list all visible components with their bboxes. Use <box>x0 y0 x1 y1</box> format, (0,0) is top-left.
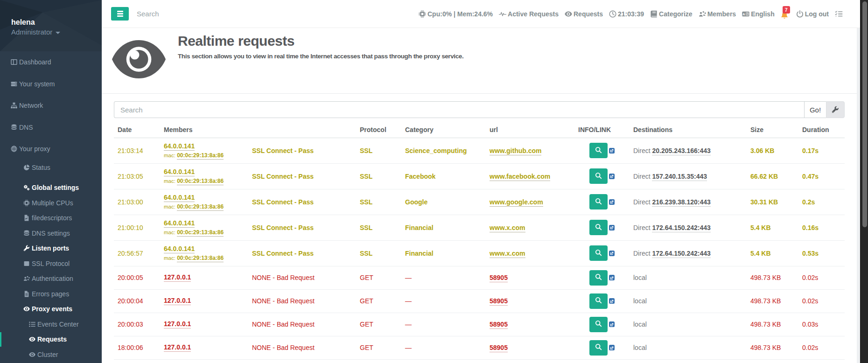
external-link-button[interactable] <box>609 148 615 154</box>
cell-date: 21:00:10 <box>114 215 160 240</box>
sidebar-item-multiple-cpus[interactable]: Multiple CPUs <box>0 195 102 211</box>
topbar-search-input[interactable] <box>137 10 239 18</box>
sidebar-item-dashboard[interactable]: Dashboard <box>0 51 102 73</box>
cell-destinations: local <box>630 336 747 359</box>
column-header-category: Category <box>401 122 486 138</box>
microchip-icon <box>419 10 426 18</box>
external-link-button[interactable] <box>609 174 615 179</box>
external-link-button[interactable] <box>609 345 615 350</box>
member-ip-link[interactable]: 64.0.0.141 <box>164 142 195 151</box>
sidebar-item-your-system[interactable]: Your system <box>0 73 102 95</box>
page-title: Realtime requests <box>178 33 294 49</box>
scrollbar-thumb[interactable] <box>862 1 867 227</box>
go-button[interactable]: Go! <box>804 101 826 118</box>
url-link[interactable]: 58905 <box>490 344 508 352</box>
cell-info-link <box>574 266 630 289</box>
sidebar-item-global-settings[interactable]: Global settings <box>0 180 102 195</box>
inspect-request-button[interactable] <box>589 270 608 286</box>
sidebar-item-label: DNS settings <box>32 230 70 237</box>
inspect-request-button[interactable] <box>589 340 608 356</box>
url-link[interactable]: www.github.com <box>490 147 541 155</box>
tasks-menu-button[interactable] <box>835 10 843 17</box>
member-ip-link[interactable]: 127.0.0.1 <box>164 297 191 305</box>
topbar-item-requests[interactable]: Requests <box>565 10 603 18</box>
member-mac-link[interactable]: 00:0c:29:13:8a:86 <box>177 152 224 160</box>
sidebar-item-listen-ports[interactable]: Listen ports <box>0 241 102 256</box>
external-link-button[interactable] <box>609 199 615 205</box>
member-mac-link[interactable]: 00:0c:29:13:8a:86 <box>177 203 224 211</box>
member-ip-link[interactable]: 64.0.0.141 <box>164 245 195 253</box>
sidebar-item-requests[interactable]: Requests <box>0 332 102 347</box>
member-ip-link[interactable]: 64.0.0.141 <box>164 194 195 202</box>
menu-toggle-button[interactable] <box>111 7 129 21</box>
topbar-item-english[interactable]: AEnglish <box>742 10 775 18</box>
external-link-button[interactable] <box>609 225 615 230</box>
url-link[interactable]: 58905 <box>490 297 508 306</box>
inspect-request-button[interactable] <box>589 245 608 261</box>
cell-size: 5.4 KB <box>747 240 798 266</box>
member-ip-link[interactable]: 127.0.0.1 <box>164 273 191 282</box>
external-link-button[interactable] <box>609 275 615 280</box>
member-ip-link[interactable]: 64.0.0.141 <box>164 168 195 176</box>
table-settings-button[interactable] <box>826 101 845 118</box>
topbar-item-21-03-39[interactable]: 21:03:39 <box>609 10 644 18</box>
cell-destinations: local <box>630 313 747 336</box>
url-link[interactable]: www.facebook.com <box>490 173 550 181</box>
sidebar-item-ssl-protocol[interactable]: SSL Protocol <box>0 256 102 272</box>
sidebar-item-proxy-events[interactable]: Proxy events <box>0 301 102 317</box>
inspect-request-button[interactable] <box>589 143 608 158</box>
inspect-request-button[interactable] <box>589 317 608 332</box>
database-icon <box>23 230 30 237</box>
sidebar-item-label: Dashboard <box>19 58 51 66</box>
logout-button[interactable]: Log out <box>796 10 829 18</box>
url-link[interactable]: 58905 <box>490 321 508 329</box>
sidebar-item-filedescriptors[interactable]: filedescriptors <box>0 210 102 226</box>
column-header-destinations: Destinations <box>630 122 747 138</box>
sidebar-item-status[interactable]: Status <box>0 160 102 175</box>
sidebar-item-label: Authentication <box>32 275 73 282</box>
topbar-item-cpu-0-mem-24-6-[interactable]: Cpu:0% | Mem:24.6% <box>419 10 493 18</box>
sidebar-item-dns-settings[interactable]: DNS settings <box>0 226 102 241</box>
member-ip-link[interactable]: 64.0.0.141 <box>164 219 195 228</box>
external-link-button[interactable] <box>609 298 615 304</box>
logout-label: Log out <box>805 10 829 18</box>
external-link-button[interactable] <box>609 251 615 256</box>
member-mac-link[interactable]: 00:0c:29:13:8a:86 <box>177 229 224 237</box>
cell-category: Financial <box>401 240 486 266</box>
sidebar-item-your-proxy[interactable]: Your proxy <box>0 138 102 160</box>
sidebar-item-cluster[interactable]: Cluster <box>0 347 102 363</box>
url-link[interactable]: www.google.com <box>490 198 543 207</box>
table-search-input[interactable] <box>114 101 804 118</box>
cell-members: 64.0.0.141mac: 00:0c:29:13:8a:86 <box>160 163 248 189</box>
inspect-request-button[interactable] <box>589 168 608 184</box>
url-link[interactable]: 58905 <box>490 274 508 282</box>
sidebar-item-errors-pages[interactable]: Errors pages <box>0 286 102 302</box>
url-link[interactable]: www.x.com <box>490 250 525 258</box>
list-icon <box>29 321 35 328</box>
notifications-bell[interactable]: 7 <box>781 6 790 22</box>
user-role-menu[interactable]: Administrator <box>11 28 60 37</box>
cell-info-link <box>574 240 630 266</box>
member-ip-link[interactable]: 127.0.0.1 <box>164 343 191 352</box>
sidebar-item-authentication[interactable]: Authentication <box>0 271 102 286</box>
sidebar-item-label: Your proxy <box>19 145 50 153</box>
external-link-button[interactable] <box>609 321 615 327</box>
topbar-item-active-requests[interactable]: Active Requests <box>499 10 559 18</box>
inspect-request-button[interactable] <box>589 194 608 209</box>
member-mac-link[interactable]: 00:0c:29:13:8a:86 <box>177 178 224 185</box>
caret-down-icon <box>56 32 60 34</box>
member-mac-link[interactable]: 00:0c:29:13:8a:86 <box>177 255 224 262</box>
sidebar-item-label: Global settings <box>32 184 79 191</box>
inspect-request-button[interactable] <box>589 220 608 235</box>
user-block: helena Administrator <box>11 18 60 37</box>
member-ip-link[interactable]: 127.0.0.1 <box>164 320 191 328</box>
sidebar-item-dns[interactable]: DNS <box>0 117 102 139</box>
page-scrollbar[interactable] <box>860 0 868 363</box>
topbar-item-categorize[interactable]: Categorize <box>650 10 693 18</box>
topbar-item-members[interactable]: Members <box>699 10 736 18</box>
sidebar-item-network[interactable]: Network <box>0 95 102 117</box>
user-role-label: Administrator <box>11 28 52 36</box>
url-link[interactable]: www.x.com <box>490 224 525 232</box>
inspect-request-button[interactable] <box>589 293 608 309</box>
sidebar-item-events-center[interactable]: Events Center <box>0 317 102 332</box>
